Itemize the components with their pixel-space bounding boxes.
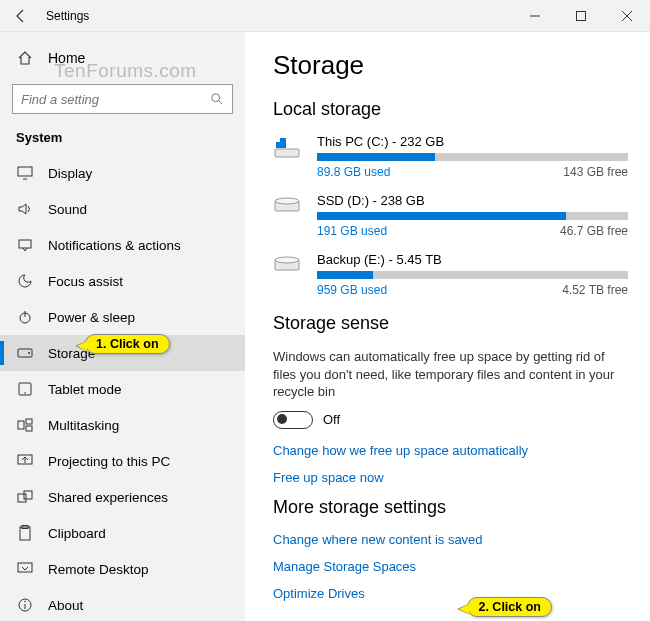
sidebar-item-notifications[interactable]: Notifications & actions [0,227,245,263]
storage-sense-description: Windows can automatically free up space … [273,348,628,401]
svg-point-26 [24,601,26,603]
svg-rect-16 [26,419,32,424]
search-icon [210,92,224,106]
drive-icon [273,193,305,238]
drive-usage-bar [317,271,628,279]
tablet-icon [16,382,34,396]
titlebar: Settings [0,0,650,32]
about-icon [16,597,34,613]
svg-point-31 [275,198,299,204]
drive-usage-bar [317,153,628,161]
clipboard-icon [16,525,34,541]
sidebar-item-label: Remote Desktop [48,562,149,577]
sidebar-item-shared-experiences[interactable]: Shared experiences [0,479,245,515]
drive-icon [273,252,305,297]
svg-rect-27 [275,149,299,157]
more-storage-heading: More storage settings [273,497,628,518]
window-title: Settings [46,9,512,23]
svg-point-33 [275,257,299,263]
svg-rect-6 [18,167,32,176]
projecting-icon [16,454,34,468]
close-button[interactable] [604,0,650,32]
callout-2: 2. Click on [467,597,552,617]
link-storage-spaces[interactable]: Manage Storage Spaces [273,559,628,574]
home-nav[interactable]: Home [0,40,245,76]
svg-rect-8 [19,240,31,248]
sidebar-item-display[interactable]: Display [0,155,245,191]
sidebar-item-label: Sound [48,202,87,217]
sidebar-item-label: Clipboard [48,526,106,541]
focus-assist-icon [16,273,34,289]
drive-used: 959 GB used [317,283,387,297]
power-icon [16,309,34,325]
drive-usage-bar [317,212,628,220]
sidebar-item-label: Display [48,166,92,181]
shared-icon [16,490,34,504]
local-storage-heading: Local storage [273,99,628,120]
notifications-icon [16,238,34,252]
storage-sense-toggle[interactable] [273,411,313,429]
drive-free: 46.7 GB free [560,224,628,238]
remote-desktop-icon [16,562,34,576]
home-label: Home [48,50,85,66]
main-content: Storage Local storage This PC (C:) - 232… [245,32,650,621]
link-optimize-drives[interactable]: Optimize Drives [273,586,628,601]
sidebar-item-label: Tablet mode [48,382,122,397]
toggle-label: Off [323,412,340,427]
drive-name: SSD (D:) - 238 GB [317,193,628,208]
search-field[interactable] [21,92,210,107]
back-button[interactable] [0,0,42,32]
sidebar-item-label: About [48,598,83,613]
drive-row[interactable]: This PC (C:) - 232 GB 89.8 GB used143 GB… [273,134,628,179]
drive-used: 191 GB used [317,224,387,238]
sidebar-item-power-sleep[interactable]: Power & sleep [0,299,245,335]
link-change-freeup[interactable]: Change how we free up space automaticall… [273,443,628,458]
svg-rect-19 [18,494,26,502]
link-freeup-now[interactable]: Free up space now [273,470,628,485]
svg-point-4 [212,94,220,102]
maximize-button[interactable] [558,0,604,32]
sidebar-item-label: Focus assist [48,274,123,289]
link-new-content[interactable]: Change where new content is saved [273,532,628,547]
sidebar-item-label: Power & sleep [48,310,135,325]
sidebar-item-tablet-mode[interactable]: Tablet mode [0,371,245,407]
minimize-button[interactable] [512,0,558,32]
page-title: Storage [273,50,628,81]
storage-sense-heading: Storage sense [273,313,628,334]
svg-line-5 [219,101,223,105]
svg-point-12 [28,352,30,354]
sidebar-item-focus-assist[interactable]: Focus assist [0,263,245,299]
display-icon [16,166,34,180]
callout-1: 1. Click on [85,334,170,354]
sidebar-item-label: Shared experiences [48,490,168,505]
sidebar-item-projecting[interactable]: Projecting to this PC [0,443,245,479]
sidebar-item-label: Notifications & actions [48,238,181,253]
sidebar-item-clipboard[interactable]: Clipboard [0,515,245,551]
drive-name: Backup (E:) - 5.45 TB [317,252,628,267]
sidebar: Home System Display Sound Notifications … [0,32,245,621]
sidebar-item-label: Multitasking [48,418,119,433]
sidebar-item-label: Projecting to this PC [48,454,170,469]
svg-rect-1 [577,11,586,20]
sound-icon [16,202,34,216]
drive-used: 89.8 GB used [317,165,390,179]
svg-rect-20 [24,491,32,499]
sidebar-item-remote-desktop[interactable]: Remote Desktop [0,551,245,587]
storage-icon [16,347,34,359]
drive-free: 4.52 TB free [562,283,628,297]
drive-free: 143 GB free [563,165,628,179]
category-label: System [0,126,245,155]
drive-name: This PC (C:) - 232 GB [317,134,628,149]
drive-row[interactable]: SSD (D:) - 238 GB 191 GB used46.7 GB fre… [273,193,628,238]
home-icon [16,50,34,66]
search-input[interactable] [12,84,233,114]
sidebar-item-about[interactable]: About [0,587,245,621]
svg-rect-15 [18,421,24,429]
svg-point-14 [24,392,26,394]
sidebar-item-sound[interactable]: Sound [0,191,245,227]
svg-rect-17 [26,426,32,431]
drive-row[interactable]: Backup (E:) - 5.45 TB 959 GB used4.52 TB… [273,252,628,297]
svg-rect-29 [276,138,280,142]
sidebar-item-multitasking[interactable]: Multitasking [0,407,245,443]
drive-icon [273,134,305,179]
